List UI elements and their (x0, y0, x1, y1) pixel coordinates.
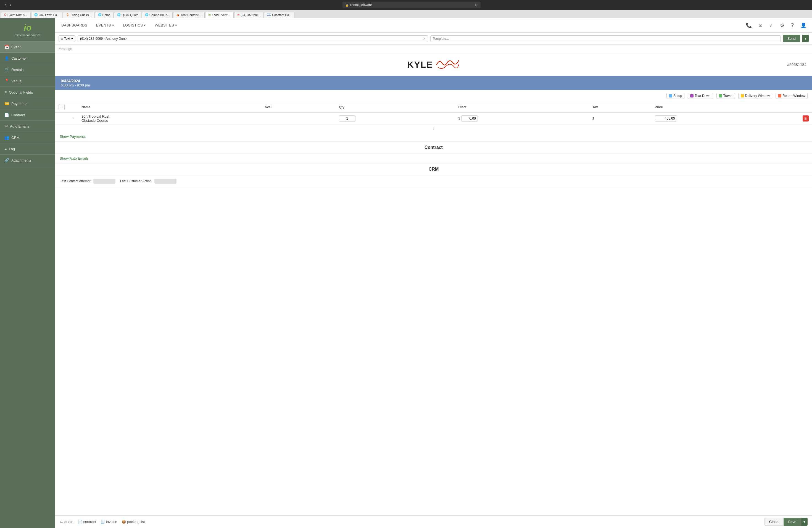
settings-button[interactable]: ⚙ (779, 21, 785, 30)
contract-link-icon: 📄 (78, 520, 82, 524)
last-action-label: Last Customer Action: (120, 179, 153, 183)
message-to-value: (614) 282-9069 <Anthony Durr> (80, 37, 127, 41)
tab-label-5: Quick Quote (121, 13, 139, 17)
tab-quote[interactable]: 🌐 Quick Quote (114, 12, 141, 18)
qty-input[interactable] (339, 115, 356, 121)
invoice-label: invoice (106, 520, 117, 524)
scroll-indicator: ↓ (55, 124, 812, 132)
contract-label: contract (83, 520, 96, 524)
nav-icons: 📞 ✉ ✓ ⚙ ? 👤 (744, 21, 808, 30)
sidebar-optional-label: Optional Fields (9, 90, 33, 94)
sidebar-item-customer[interactable]: 👤 Customer (0, 53, 55, 64)
optional-fields-icon: ≡ (4, 90, 6, 94)
tab-dining[interactable]: 🪑 Dining Chairs... (63, 12, 94, 18)
legend-travel[interactable]: Travel (716, 93, 735, 99)
bottom-bar: 🏷 quote 📄 contract 🧾 invoice 📦 packing l… (55, 515, 812, 528)
legend-setup[interactable]: Setup (666, 93, 684, 99)
sidebar-item-auto-emails[interactable]: ✉ Auto Emails (0, 121, 55, 132)
tab-favicon-5: 🌐 (117, 13, 120, 16)
forward-button[interactable]: › (9, 2, 12, 8)
tab-constant[interactable]: CC Constant Co... (264, 12, 295, 18)
sidebar-item-payments[interactable]: 💳 Payments (0, 98, 55, 109)
sidebar-rentals-label: Rentals (11, 68, 24, 72)
message-type-button[interactable]: ≡ Text ▾ (59, 35, 75, 42)
sidebar-item-log[interactable]: ≡ Log (0, 143, 55, 155)
nav-logistics[interactable]: LOGISTICS ▾ (121, 22, 147, 28)
tab-label-10: Constant Co... (272, 13, 291, 17)
tab-claim[interactable]: G Claim Nbr: I9... (1, 12, 31, 18)
tab-favicon-3: 🪑 (66, 13, 69, 16)
date-time-bar: 06/24/2024 6:30 pm - 8:00 pm (55, 76, 812, 90)
attachments-icon: 🔗 (4, 158, 9, 162)
quote-link[interactable]: 🏷 quote (60, 520, 73, 524)
reload-icon[interactable]: ↻ (475, 3, 478, 7)
legend-delivery[interactable]: Delivery Window (738, 93, 772, 99)
tab-combo[interactable]: 🌐 Combo Boun... (142, 12, 173, 18)
mail-favicon: ✉ (237, 13, 240, 16)
last-contact-value (93, 179, 115, 184)
back-button[interactable]: ‹ (3, 2, 7, 8)
row-avail (261, 113, 336, 124)
tab-oaklawn[interactable]: 🌐 Oak Lawn Pa... (31, 12, 62, 18)
sidebar-item-crm[interactable]: 👥 CRM (0, 132, 55, 143)
packing-label: packing list (127, 520, 145, 524)
help-button[interactable]: ? (790, 21, 795, 29)
close-button[interactable]: Close (765, 518, 783, 526)
legend-teardown[interactable]: Tear Down (688, 93, 713, 99)
check-button[interactable]: ✓ (768, 21, 774, 30)
sidebar-item-attachments[interactable]: 🔗 Attachments (0, 155, 55, 166)
sidebar-item-optional-fields[interactable]: ≡ Optional Fields (0, 87, 55, 98)
message-body[interactable]: Message (55, 45, 812, 53)
tax-dollar: $ (592, 117, 594, 121)
save-dropdown-button[interactable]: ▾ (801, 518, 808, 526)
tab-mail[interactable]: ✉ (24,315 unre... (234, 12, 263, 18)
mail-button[interactable]: ✉ (757, 21, 764, 30)
row-tax: $ (589, 113, 651, 124)
phone-button[interactable]: 📞 (744, 21, 753, 30)
user-button[interactable]: 👤 (799, 21, 808, 30)
nav-dashboards[interactable]: DASHBOARDS (60, 22, 89, 28)
sidebar-item-rentals[interactable]: 🛒 Rentals (0, 64, 55, 75)
auto-emails-icon: ✉ (4, 124, 8, 128)
message-to-clear[interactable]: ✕ (423, 37, 425, 41)
sidebar-crm-label: CRM (11, 136, 19, 140)
address-bar[interactable]: 🔒 rental.software ↻ (343, 2, 481, 8)
type-chevron: ▾ (71, 37, 73, 41)
content-area: KYLE #29581134 06/24/2024 6:30 pm - 8:00… (55, 53, 812, 528)
tab-home[interactable]: 🌐 Home (95, 12, 114, 18)
sidebar-item-contract[interactable]: 📄 Contract (0, 109, 55, 121)
message-to-field[interactable]: (614) 282-9069 <Anthony Durr> ✕ (77, 35, 428, 42)
sidebar-item-venue[interactable]: 📍 Venue (0, 75, 55, 87)
customer-icon: 👤 (4, 56, 9, 60)
company-name: mistermoonbounce (4, 33, 51, 37)
tab-label-3: Dining Chairs... (70, 13, 91, 17)
teardown-label: Tear Down (695, 94, 710, 98)
col-name: Name (78, 102, 261, 113)
tab-tent[interactable]: ⛺ Tent Rentals i... (173, 12, 205, 18)
last-action-value (155, 179, 176, 184)
invoice-link[interactable]: 🧾 invoice (101, 520, 117, 524)
legend-return[interactable]: Return Window (775, 93, 808, 99)
minus-button[interactable]: − (59, 104, 64, 110)
send-button[interactable]: Send (783, 35, 800, 42)
delete-button[interactable]: 🗑 (802, 115, 809, 121)
template-input[interactable] (430, 35, 781, 42)
save-button[interactable]: Save (784, 518, 801, 526)
price-input[interactable] (655, 115, 677, 121)
packing-link[interactable]: 📦 packing list (121, 520, 145, 524)
send-dropdown-button[interactable]: ▾ (802, 35, 809, 42)
sidebar-item-event[interactable]: 📅 Event (0, 41, 55, 53)
show-auto-emails-link[interactable]: Show Auto Emails (55, 153, 812, 163)
payments-icon: 💳 (4, 101, 9, 106)
crm-section-header: CRM (55, 163, 812, 175)
row-arrow: → (68, 113, 78, 124)
tab-lead-event[interactable]: io Lead/Event:... (205, 12, 234, 18)
nav-events[interactable]: EVENTS ▾ (95, 22, 116, 28)
disct-dollar: $ (458, 117, 460, 120)
show-payments-link[interactable]: Show Payments (55, 132, 812, 142)
contract-link[interactable]: 📄 contract (78, 520, 96, 524)
disct-input[interactable] (461, 115, 478, 121)
item-name: 30ft Tropical RushObstacle Course (82, 114, 111, 122)
nav-websites[interactable]: WEBSITES ▾ (153, 22, 179, 28)
sidebar-logo: io mistermoonbounce (0, 18, 55, 41)
